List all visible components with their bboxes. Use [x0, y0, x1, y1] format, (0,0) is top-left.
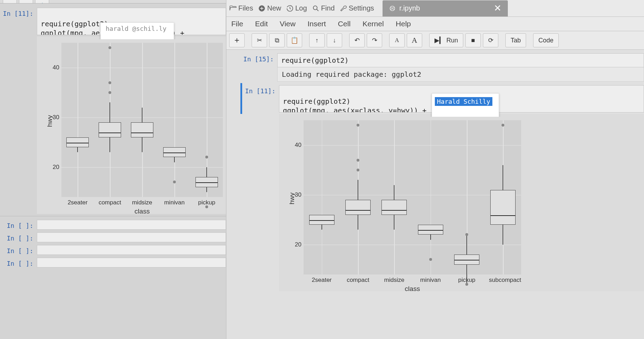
- code-line: require(ggplot2): [41, 20, 108, 28]
- nav-label: Files: [238, 4, 253, 12]
- nav-label: Log: [295, 4, 307, 12]
- code-cell-empty: In [ ]:: [0, 256, 226, 269]
- copy-button[interactable]: ⧉: [269, 33, 285, 47]
- menu-edit[interactable]: Edit: [255, 20, 268, 28]
- tab-filename: r.ipynb: [399, 4, 420, 12]
- outlier-point: [465, 233, 468, 236]
- boxplot-box: [418, 225, 443, 235]
- project-topnav: Files New Log Find Settings r.ipynb ✕: [226, 0, 644, 17]
- tab-button[interactable]: Tab: [505, 33, 526, 47]
- nav-files[interactable]: Files: [229, 4, 253, 12]
- cut-button[interactable]: ✂: [252, 33, 267, 47]
- outlier-point: [357, 169, 359, 171]
- left-notebook-area: In [11]: require(ggplot2) ggplot(mpg, ae…: [0, 4, 226, 339]
- notebook-scroll-area[interactable]: In [15]: require(ggplot2) Loading requir…: [226, 50, 644, 339]
- x-tick-label: subcompact: [489, 277, 517, 284]
- toolbar-button-fragment[interactable]: ⧉: [19, 0, 33, 4]
- notebook-menubar: File Edit View Insert Cell Kernel Help: [226, 17, 644, 31]
- nav-label: Find: [321, 4, 335, 12]
- jupyter-icon: [389, 5, 396, 12]
- font-increase-button[interactable]: A: [407, 33, 422, 47]
- run-button[interactable]: ▶▎Run: [429, 33, 463, 47]
- font-decrease-button[interactable]: A: [389, 33, 405, 47]
- history-icon: [286, 5, 294, 12]
- search-icon: [312, 5, 320, 12]
- outlier-point: [357, 159, 359, 162]
- close-icon[interactable]: ✕: [494, 3, 502, 14]
- plus-circle-icon: [258, 5, 266, 12]
- menu-help[interactable]: Help: [396, 20, 411, 28]
- restart-button[interactable]: ⟳: [483, 33, 498, 47]
- cell-type-select[interactable]: Code: [533, 33, 559, 47]
- y-tick-label: 40: [295, 142, 301, 149]
- boxplot-box: [490, 190, 516, 225]
- code-line: ggplot(mpg, aes(x=class, y=hwy)) +: [283, 106, 426, 113]
- menu-kernel[interactable]: Kernel: [363, 20, 384, 28]
- boxplot-box: [66, 137, 89, 147]
- undo-button[interactable]: ↶: [349, 33, 365, 47]
- menu-file[interactable]: File: [231, 20, 243, 28]
- boxplot-box: [163, 147, 186, 157]
- nav-label: New: [267, 4, 281, 12]
- boxplot-box: [99, 122, 121, 137]
- collaborator-name: Harald Schilly: [435, 97, 492, 106]
- outlier-point: [205, 156, 208, 158]
- outlier-point: [502, 124, 504, 127]
- menu-cell[interactable]: Cell: [338, 20, 351, 28]
- outlier-point: [173, 181, 176, 183]
- paste-button[interactable]: 📋: [287, 33, 302, 47]
- cell-prompt: In [ ]:: [0, 220, 37, 230]
- redo-button[interactable]: ↷: [367, 33, 382, 47]
- collaborator-cursor-popup: Harald Schilly: [432, 93, 499, 118]
- nav-new[interactable]: New: [258, 4, 281, 12]
- x-tick-label: midsize: [128, 199, 156, 206]
- x-tick-label: midsize: [380, 277, 408, 284]
- file-tab[interactable]: r.ipynb ✕: [383, 0, 508, 16]
- notebook-toolbar: + ✂ ⧉ 📋 ↑ ↓ ↶ ↷ A A ▶▎Run ■ ⟳ Tab Code: [226, 31, 644, 50]
- x-axis-title: class: [61, 208, 223, 215]
- code-input-empty[interactable]: [37, 232, 226, 242]
- cell-prompt: In [ ]:: [0, 232, 37, 242]
- toolbar-button-fragment[interactable]: 📋: [35, 0, 49, 4]
- x-tick-label: minivan: [160, 199, 188, 206]
- code-input-empty[interactable]: [37, 220, 226, 230]
- add-cell-button[interactable]: +: [229, 33, 245, 47]
- toolbar-button-fragment[interactable]: ✂: [3, 0, 17, 4]
- nav-find[interactable]: Find: [312, 4, 335, 12]
- svg-point-2: [390, 6, 394, 11]
- menu-view[interactable]: View: [280, 20, 296, 28]
- x-tick-label: minivan: [417, 277, 445, 284]
- folder-open-icon: [229, 5, 237, 12]
- y-axis-title: hwy: [46, 115, 54, 127]
- code-cell: In [15]: require(ggplot2) Loading requir…: [240, 50, 644, 83]
- code-input-empty[interactable]: [37, 245, 226, 255]
- nav-log[interactable]: Log: [286, 4, 307, 12]
- left-pane: ✂ ⧉ 📋 In [11]: require(ggplot2) ggplot(m…: [0, 0, 226, 339]
- outlier-point: [108, 81, 111, 84]
- cell-prompt: In [11]:: [242, 85, 279, 113]
- cell-prompt: In [ ]:: [0, 258, 37, 267]
- boxplot-box: [454, 255, 479, 264]
- wrench-icon: [340, 5, 347, 12]
- move-down-button[interactable]: ↓: [327, 33, 342, 47]
- move-up-button[interactable]: ↑: [309, 33, 325, 47]
- code-input-empty[interactable]: [37, 258, 226, 267]
- plot-output: 203040hwy2seatercompactmidsizeminivanpic…: [279, 114, 644, 291]
- code-cell-empty: In [ ]:: [0, 244, 226, 256]
- separator: [0, 216, 226, 216]
- cell-prompt: In [11]:: [0, 8, 37, 35]
- x-tick-label: compact: [344, 277, 372, 284]
- nav-settings[interactable]: Settings: [340, 4, 374, 12]
- code-cell-empty: In [ ]:: [0, 218, 226, 231]
- boxplot-box: [309, 215, 334, 225]
- code-line: require(ggplot2): [283, 97, 351, 106]
- menu-insert[interactable]: Insert: [307, 20, 326, 28]
- x-tick-label: compact: [96, 199, 124, 206]
- stop-button[interactable]: ■: [465, 33, 481, 47]
- nav-label: Settings: [349, 4, 374, 12]
- collaborator-name: harald @schil.ly: [104, 24, 171, 33]
- code-input[interactable]: require(ggplot2): [277, 53, 644, 67]
- svg-point-1: [313, 6, 317, 9]
- x-tick-label: pickup: [193, 199, 221, 206]
- x-tick-label: 2seater: [308, 277, 336, 284]
